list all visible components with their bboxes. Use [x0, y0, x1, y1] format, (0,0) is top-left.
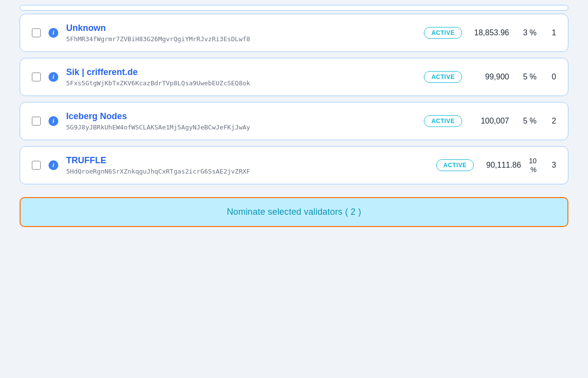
validator-checkbox-truffle[interactable] — [32, 161, 41, 170]
validator-address-sik: 5Fxs5GtgWjKbTxZKV6KcazBdrTVp8LQsa9UwebEU… — [66, 79, 416, 87]
validator-details-sik: Sik | crifferent.de 5Fxs5GtgWjKbTxZKV6Kc… — [66, 67, 416, 87]
info-icon-unknown[interactable]: i — [49, 28, 58, 38]
validator-checkbox-unknown[interactable] — [32, 28, 41, 37]
validator-address-iceberg: 5G9J8yJBRkUhEW4ofWSCLAKSAe1Mj5AgyNJeBCwJ… — [66, 124, 416, 131]
status-badge-sik: ACTIVE — [424, 71, 462, 83]
status-badge-unknown: ACTIVE — [424, 27, 462, 39]
validator-stats-iceberg: ACTIVE 100,007 5 % 2 — [424, 115, 556, 127]
nominators-truffle: 3 — [544, 161, 556, 170]
info-icon-iceberg[interactable]: i — [49, 116, 58, 126]
validator-name-sik: Sik | crifferent.de — [66, 67, 416, 77]
validator-stats-unknown: ACTIVE 18,853.96 3 % 1 — [424, 27, 556, 39]
validator-name-unknown: Unknown — [66, 23, 416, 33]
validator-card-iceberg: i Iceberg Nodes 5G9J8yJBRkUhEW4ofWSCLAKS… — [20, 102, 568, 140]
validator-card-unknown: i Unknown 5FhMR34fWgrmr7ZVBiH83G26MgvrQg… — [20, 14, 568, 52]
nominators-iceberg: 2 — [544, 117, 556, 126]
validator-address-truffle: 5HdQroeRgnN6SrXZnkqguJhqCxRTgas2icrG6SsA… — [66, 168, 428, 175]
validator-name-iceberg: Iceberg Nodes — [66, 111, 416, 122]
status-badge-truffle: ACTIVE — [436, 159, 474, 171]
nominate-button[interactable]: Nominate selected validators ( 2 ) — [20, 197, 568, 227]
validator-checkbox-iceberg[interactable] — [32, 117, 41, 126]
stake-value-truffle: 90,111.86 — [482, 161, 521, 170]
validator-checkbox-sik[interactable] — [32, 73, 41, 81]
status-badge-iceberg: ACTIVE — [424, 115, 462, 127]
commission-sik: 5 % — [517, 73, 537, 81]
nominators-sik: 0 — [544, 73, 556, 81]
validator-name-truffle: TRUFFLE — [66, 155, 428, 166]
stake-value-sik: 99,900 — [470, 73, 509, 81]
validator-card-truffle: i TRUFFLE 5HdQroeRgnN6SrXZnkqguJhqCxRTga… — [20, 146, 568, 184]
stake-value-iceberg: 100,007 — [470, 117, 509, 126]
info-icon-truffle[interactable]: i — [49, 160, 58, 170]
validator-stats-sik: ACTIVE 99,900 5 % 0 — [424, 71, 556, 83]
validator-stats-truffle: ACTIVE 90,111.86 10 % 3 — [436, 156, 556, 174]
info-icon-sik[interactable]: i — [49, 72, 58, 82]
validator-details-iceberg: Iceberg Nodes 5G9J8yJBRkUhEW4ofWSCLAKSAe… — [66, 111, 416, 131]
partial-card-top — [20, 5, 568, 11]
stake-value-unknown: 18,853.96 — [470, 28, 509, 37]
commission-unknown: 3 % — [517, 28, 537, 37]
commission-truffle: 10 % — [529, 156, 537, 174]
validator-card-sik: i Sik | crifferent.de 5Fxs5GtgWjKbTxZKV6… — [20, 58, 568, 96]
validator-address-unknown: 5FhMR34fWgrmr7ZVBiH83G26MgvrQgiYMrRJvzRi… — [66, 35, 416, 43]
commission-iceberg: 5 % — [517, 117, 537, 126]
validator-details-truffle: TRUFFLE 5HdQroeRgnN6SrXZnkqguJhqCxRTgas2… — [66, 155, 428, 175]
main-container: i Unknown 5FhMR34fWgrmr7ZVBiH83G26MgvrQg… — [0, 0, 588, 378]
validator-details-unknown: Unknown 5FhMR34fWgrmr7ZVBiH83G26MgvrQgiY… — [66, 23, 416, 43]
nominators-unknown: 1 — [544, 28, 556, 37]
